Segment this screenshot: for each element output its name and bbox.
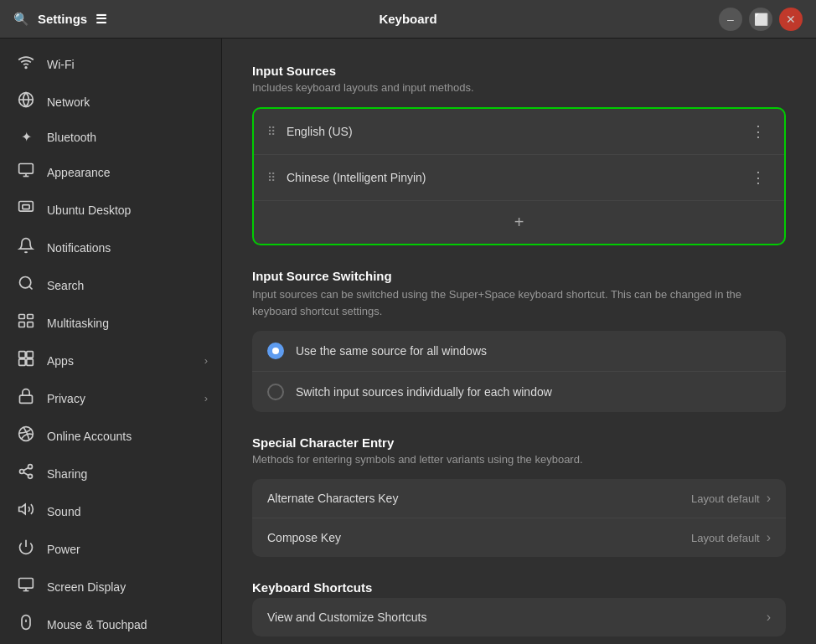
multitasking-icon xyxy=(17,312,35,333)
main-layout: Wi-Fi Network ✦ Bluetooth xyxy=(0,39,816,644)
sidebar-search-label: Search xyxy=(47,279,84,292)
ubuntu-desktop-icon xyxy=(17,199,35,220)
sidebar-bluetooth-label: Bluetooth xyxy=(47,131,96,144)
sidebar-item-multitasking[interactable]: Multitasking xyxy=(0,304,221,342)
network-icon xyxy=(17,91,35,112)
sidebar-item-sharing[interactable]: Sharing xyxy=(0,455,221,492)
add-input-source-button[interactable]: + xyxy=(254,201,784,244)
sidebar-screen-display-label: Screen Display xyxy=(47,580,126,594)
input-switching-section: Input Source Switching Input sources can… xyxy=(252,269,786,412)
input-sources-desc: Includes keyboard layouts and input meth… xyxy=(252,81,786,94)
sidebar-item-screen-display[interactable]: Screen Display xyxy=(0,568,221,605)
chinese-pinyin-menu-icon[interactable]: ⋮ xyxy=(746,167,771,188)
titlebar-settings-label: Settings xyxy=(38,12,87,26)
sidebar-ubuntu-desktop-label: Ubuntu Desktop xyxy=(47,204,131,217)
sidebar-item-network[interactable]: Network xyxy=(0,83,221,121)
svg-rect-27 xyxy=(19,579,34,589)
appearance-icon xyxy=(17,162,35,183)
svg-line-9 xyxy=(29,286,33,290)
radio-per-window-indicator xyxy=(267,384,284,400)
svg-line-24 xyxy=(23,467,28,470)
input-source-chinese-pinyin[interactable]: ⠿ Chinese (Intelligent Pinyin) ⋮ xyxy=(254,155,784,201)
sidebar-appearance-label: Appearance xyxy=(47,166,111,179)
sidebar-wifi-label: Wi-Fi xyxy=(47,58,75,71)
svg-rect-13 xyxy=(28,322,34,327)
sidebar-apps-label: Apps xyxy=(47,354,74,368)
sidebar-item-wifi[interactable]: Wi-Fi xyxy=(0,45,221,83)
chinese-pinyin-label: Chinese (Intelligent Pinyin) xyxy=(287,171,736,184)
sidebar-item-bluetooth[interactable]: ✦ Bluetooth xyxy=(0,121,221,153)
special-char-section: Special Character Entry Methods for ente… xyxy=(252,435,786,557)
view-customize-shortcuts-chevron-icon: › xyxy=(767,610,771,625)
sidebar-item-power[interactable]: Power xyxy=(0,530,221,568)
apps-arrow-icon: › xyxy=(204,354,208,367)
wifi-icon xyxy=(17,54,35,75)
sidebar-item-apps[interactable]: Apps › xyxy=(0,342,221,379)
titlebar-search-icon[interactable]: 🔍 xyxy=(13,12,29,27)
view-customize-shortcuts-value: › xyxy=(767,610,771,625)
maximize-button[interactable]: ⬜ xyxy=(749,8,772,31)
sidebar-item-search[interactable]: Search xyxy=(0,266,221,304)
titlebar-title: Keyboard xyxy=(231,12,585,26)
alternate-characters-chevron-icon: › xyxy=(767,491,771,506)
svg-line-23 xyxy=(23,472,28,475)
sidebar-item-mouse-touchpad[interactable]: Mouse & Touchpad xyxy=(0,605,221,643)
sidebar-item-sound[interactable]: Sound xyxy=(0,492,221,530)
power-icon xyxy=(17,538,35,559)
input-switching-desc: Input sources can be switched using the … xyxy=(252,286,786,319)
sidebar-item-appearance[interactable]: Appearance xyxy=(0,153,221,191)
content-area: Input Sources Includes keyboard layouts … xyxy=(222,39,816,644)
drag-handle-english[interactable]: ⠿ xyxy=(267,125,276,138)
svg-rect-14 xyxy=(19,352,26,358)
titlebar-controls: – ⬜ ✕ xyxy=(585,8,803,31)
alternate-characters-row[interactable]: Alternate Characters Key Layout default … xyxy=(252,479,786,518)
sidebar-item-notifications[interactable]: Notifications xyxy=(0,229,221,266)
view-customize-shortcuts-label: View and Customize Shortcuts xyxy=(267,611,426,624)
svg-point-21 xyxy=(20,470,24,474)
input-sources-section: Input Sources Includes keyboard layouts … xyxy=(252,64,786,245)
svg-point-22 xyxy=(28,474,33,478)
input-sources-title: Input Sources xyxy=(252,64,786,78)
sidebar-sound-label: Sound xyxy=(47,505,80,518)
input-switching-radio-group: Use the same source for all windows Swit… xyxy=(252,331,786,412)
keyboard-shortcuts-title: Keyboard Shortcuts xyxy=(252,580,786,595)
privacy-icon xyxy=(17,388,35,409)
keyboard-shortcuts-section: Keyboard Shortcuts View and Customize Sh… xyxy=(252,580,786,636)
compose-key-chevron-icon: › xyxy=(767,530,771,545)
sidebar-notifications-label: Notifications xyxy=(47,241,111,255)
search-icon xyxy=(17,275,35,296)
svg-rect-18 xyxy=(20,395,33,403)
english-us-menu-icon[interactable]: ⋮ xyxy=(746,121,771,142)
sidebar-item-online-accounts[interactable]: Online Accounts xyxy=(0,417,221,455)
input-source-english-us[interactable]: ⠿ English (US) ⋮ xyxy=(254,109,784,155)
sound-icon xyxy=(17,501,35,522)
special-char-desc: Methods for entering symbols and letter … xyxy=(252,453,786,466)
titlebar-menu-icon[interactable]: ☰ xyxy=(96,12,106,27)
sidebar: Wi-Fi Network ✦ Bluetooth xyxy=(0,39,222,644)
special-char-title: Special Character Entry xyxy=(252,435,786,450)
svg-rect-11 xyxy=(28,315,34,319)
compose-key-label: Compose Key xyxy=(267,531,341,544)
radio-same-source[interactable]: Use the same source for all windows xyxy=(252,331,786,372)
sidebar-item-ubuntu-desktop[interactable]: Ubuntu Desktop xyxy=(0,191,221,229)
svg-rect-7 xyxy=(23,205,29,209)
apps-icon xyxy=(17,350,35,371)
mouse-touchpad-icon xyxy=(17,614,35,635)
sharing-icon xyxy=(17,463,35,484)
screen-display-icon xyxy=(17,576,35,597)
sidebar-multitasking-label: Multitasking xyxy=(47,317,109,330)
drag-handle-chinese[interactable]: ⠿ xyxy=(267,171,276,184)
alternate-characters-label: Alternate Characters Key xyxy=(267,492,398,505)
radio-per-window[interactable]: Switch input sources individually for ea… xyxy=(252,372,786,412)
svg-rect-17 xyxy=(27,359,34,366)
close-button[interactable]: ✕ xyxy=(779,8,803,31)
keyboard-shortcuts-list: View and Customize Shortcuts › xyxy=(252,598,786,636)
svg-rect-16 xyxy=(19,359,26,366)
titlebar: 🔍 Settings ☰ Keyboard – ⬜ ✕ xyxy=(0,0,816,39)
view-customize-shortcuts-row[interactable]: View and Customize Shortcuts › xyxy=(252,598,786,636)
sidebar-mouse-touchpad-label: Mouse & Touchpad xyxy=(47,618,147,631)
compose-key-row[interactable]: Compose Key Layout default › xyxy=(252,518,786,557)
minimize-button[interactable]: – xyxy=(719,8,742,31)
alternate-characters-value-text: Layout default xyxy=(691,492,760,505)
sidebar-item-privacy[interactable]: Privacy › xyxy=(0,379,221,417)
